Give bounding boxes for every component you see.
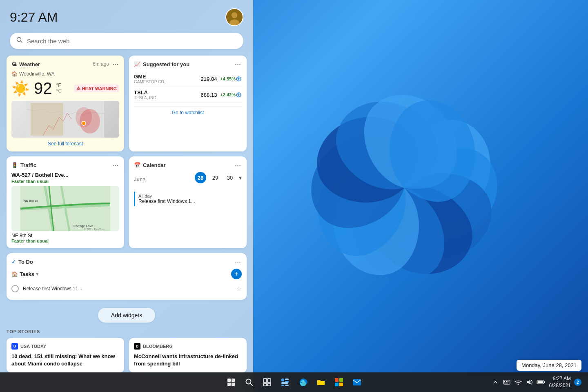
todo-star-icon[interactable]: ☆ <box>236 285 242 292</box>
weather-unit-c: °C <box>56 88 62 94</box>
calendar-event: All day Release first Windows 1... <box>134 190 242 208</box>
add-tsla-button[interactable]: ⊕ <box>236 90 242 99</box>
svg-rect-24 <box>267 379 271 383</box>
stocks-more-button[interactable]: ··· <box>234 60 242 68</box>
event-bar <box>134 192 135 206</box>
start-button[interactable] <box>223 374 239 390</box>
traffic-route2: NE 8th St <box>11 233 119 238</box>
svg-rect-46 <box>537 381 543 383</box>
calendar-more-button[interactable]: ··· <box>234 161 242 169</box>
weather-warning: ⚠ HEAT WARNING <box>74 85 119 92</box>
taskbar-taskview-button[interactable] <box>259 374 275 390</box>
tray-chevron-button[interactable] <box>490 377 500 387</box>
svg-rect-17 <box>227 379 231 382</box>
traffic-status1: Faster than usual <box>11 179 119 184</box>
calendar-dates: 28 29 30 ▾ <box>195 172 242 183</box>
tasks-home-icon: 🏠 <box>11 271 18 277</box>
svg-rect-31 <box>281 385 284 386</box>
story-card-bloomberg[interactable]: B Bloomberg McConnell wants infrastructu… <box>129 338 247 372</box>
story-card-usatoday[interactable]: U USA TODAY 10 dead, 151 still missing: … <box>7 338 124 372</box>
bloomberg-name: Bloomberg <box>143 344 173 349</box>
svg-rect-37 <box>353 379 361 385</box>
svg-rect-45 <box>544 381 545 383</box>
clock-date: 6/28/2021 <box>549 382 571 389</box>
user-avatar[interactable] <box>225 8 243 26</box>
taskbar-edge-button[interactable] <box>295 374 311 390</box>
taskbar-store-button[interactable] <box>331 374 347 390</box>
svg-rect-20 <box>232 383 235 386</box>
usatoday-name: USA TODAY <box>20 344 46 349</box>
todo-widget: ✓ To Do ··· 🏠 Tasks ▾ + Release first Wi… <box>7 253 247 300</box>
todo-checkbox[interactable] <box>11 285 19 292</box>
weather-map <box>11 101 119 138</box>
todo-tasks-row: 🏠 Tasks ▾ + <box>11 269 242 279</box>
svg-rect-34 <box>339 378 343 382</box>
widget-panel: 9:27 AM 🌤 Weather <box>0 0 253 392</box>
todo-more-button[interactable]: ··· <box>234 258 242 265</box>
stock-name-tsla: TESLA, INC. <box>134 96 201 100</box>
taskbar-tray <box>490 377 546 387</box>
svg-rect-38 <box>503 380 510 384</box>
calendar-date-30: 30 <box>224 172 236 183</box>
svg-text:NE 8th St: NE 8th St <box>24 199 38 203</box>
svg-line-22 <box>250 383 252 385</box>
taskbar-clock[interactable]: 9:27 AM 6/28/2021 <box>549 375 571 389</box>
calendar-title: Calendar <box>143 162 166 168</box>
svg-rect-42 <box>504 383 508 383</box>
traffic-title: Traffic <box>20 162 36 168</box>
add-gme-button[interactable]: ⊕ <box>236 74 242 83</box>
traffic-icon: 🚦 <box>11 162 18 168</box>
traffic-route1: WA-527 / Bothell Eve... <box>11 172 119 178</box>
bloomberg-icon: B <box>134 343 140 350</box>
date-tooltip: Monday, June 28, 2021 <box>517 360 581 371</box>
wifi-icon[interactable] <box>513 377 523 387</box>
calendar-nav-button[interactable]: ▾ <box>239 174 242 181</box>
add-widgets-button[interactable]: Add widgets <box>98 308 155 323</box>
svg-rect-18 <box>232 379 235 382</box>
windows-swirl-logo <box>261 45 547 331</box>
calendar-date-29: 29 <box>209 172 221 183</box>
taskbar-search-button[interactable] <box>241 374 257 390</box>
add-widgets-wrap: Add widgets <box>0 305 253 329</box>
keyboard-icon[interactable] <box>502 377 512 387</box>
battery-icon[interactable] <box>536 377 546 387</box>
taskbar: 9:27 AM 6/28/2021 2 <box>0 372 588 392</box>
traffic-more-button[interactable]: ··· <box>111 161 119 169</box>
traffic-map: NE 8th St Cottage Lake © 2021 TomTom <box>11 186 119 231</box>
calendar-widget: 📅 Calendar ··· June 28 29 30 ▾ All day R <box>129 156 247 248</box>
taskbar-mail-button[interactable] <box>349 374 365 390</box>
svg-point-9 <box>82 121 86 125</box>
see-forecast-link[interactable]: See full forecast <box>11 141 119 147</box>
go-watchlist-link[interactable]: Go to watchlist <box>134 106 242 116</box>
weather-sun-icon: ☀️ <box>11 80 30 97</box>
taskbar-center <box>223 374 365 390</box>
weather-title: Weather <box>19 61 40 67</box>
svg-rect-26 <box>267 383 271 386</box>
todo-add-button[interactable]: + <box>231 269 242 279</box>
notification-badge[interactable]: 2 <box>574 379 581 386</box>
weather-unit-f: °F <box>56 82 62 88</box>
search-bar[interactable] <box>10 33 243 49</box>
svg-text:© 2021 TomTom: © 2021 TomTom <box>84 228 105 231</box>
svg-rect-35 <box>335 383 339 386</box>
taskbar-explorer-button[interactable] <box>313 374 329 390</box>
weather-icon: 🌤 <box>11 61 17 67</box>
weather-location: 🏠 Woodinville, WA <box>11 71 119 77</box>
stock-row-gme: GME GAMESTOP CO... 219.04 +4.55% ⊕ <box>134 71 242 87</box>
svg-line-4 <box>21 41 22 43</box>
todo-task-text: Release first Windows 11... <box>23 286 232 292</box>
calendar-month: June <box>134 176 145 183</box>
traffic-widget-header: 🚦 Traffic ··· <box>11 161 119 169</box>
stock-name-gme: GAMESTOP CO... <box>134 80 201 84</box>
svg-text:Cottage Lake: Cottage Lake <box>74 224 93 228</box>
svg-rect-25 <box>263 383 267 386</box>
svg-rect-36 <box>339 383 343 386</box>
search-input[interactable] <box>27 38 237 45</box>
svg-rect-41 <box>508 381 508 382</box>
weather-more-button[interactable]: ··· <box>111 60 119 68</box>
volume-icon[interactable] <box>525 377 535 387</box>
calendar-month-row: June 28 29 30 ▾ <box>134 172 242 187</box>
warning-icon: ⚠ <box>76 86 80 91</box>
taskbar-widgets-button[interactable] <box>277 374 293 390</box>
weather-widget-header: 🌤 Weather 6m ago ··· <box>11 60 119 68</box>
